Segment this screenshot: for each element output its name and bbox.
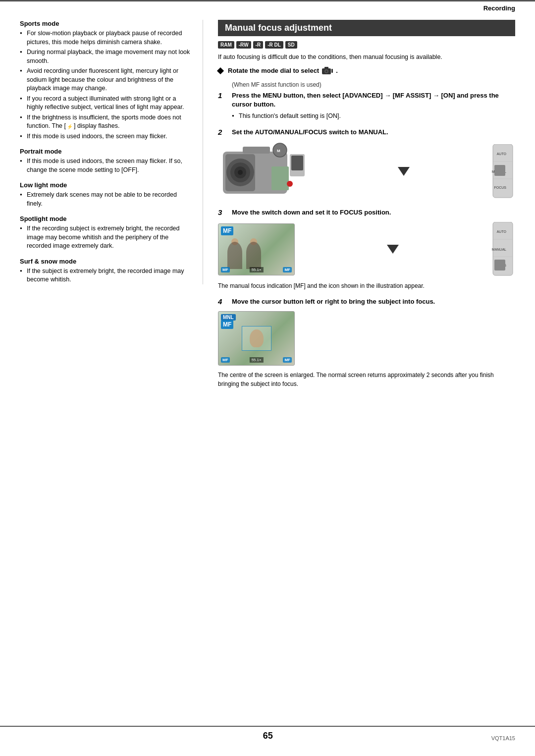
footer-version: VQT1A15 — [491, 735, 515, 741]
list-item: If the subject is extremely bright, the … — [20, 267, 193, 284]
badge-r: -R — [253, 41, 264, 49]
silhouettes — [227, 242, 261, 269]
list-item: If you record a subject illuminated with… — [20, 95, 193, 112]
portrait-mode-title: Portrait mode — [20, 148, 193, 155]
mf-left-label-4: MF — [221, 357, 230, 363]
step-1-bullets: This function's default setting is [ON]. — [232, 112, 515, 121]
surf-snow-mode-list: If the subject is extremely bright, the … — [20, 267, 193, 284]
section-heading: Manual focus adjustment — [218, 20, 515, 36]
step-2-diagram: M — [218, 142, 515, 201]
list-item: Avoid recording under fluorescent light,… — [20, 67, 193, 93]
page-number: 65 — [263, 731, 273, 741]
step-3-text: Move the switch down and set it to FOCUS… — [232, 208, 391, 217]
step-2-num: 2 — [218, 128, 228, 136]
svg-rect-16 — [291, 156, 303, 170]
step-3-caption: The manual focus indication [MF] and the… — [218, 281, 515, 290]
zoom-indicator: 55.1× — [249, 267, 263, 272]
portrait-mode-section: Portrait mode If this mode is used indoo… — [20, 148, 193, 174]
rotate-text: Rotate the mode dial to select — [228, 67, 319, 74]
list-item: During normal playback, the image moveme… — [20, 48, 193, 65]
step-3: 3 Move the switch down and set it to FOC… — [218, 208, 515, 290]
zoom-indicator-4: 55.1× — [249, 357, 263, 363]
portrait-mode-list: If this mode is used indoors, the screen… — [20, 157, 193, 174]
sports-mode-list: For slow-motion playback or playback pau… — [20, 29, 193, 141]
rotate-period: . — [336, 67, 338, 74]
step-2-header: 2 Set the AUTO/MANUAL/FOCUS switch to MA… — [218, 128, 515, 137]
svg-text:FOCUS: FOCUS — [494, 186, 507, 189]
step-4-diagram: MNL MF MF MF 55.1× — [218, 311, 515, 366]
svg-point-4 — [325, 70, 327, 72]
svg-point-18 — [287, 181, 293, 187]
mf-badge-wh: MF — [221, 226, 233, 235]
step-3-num: 3 — [218, 208, 228, 216]
arrow-down-icon-2 — [387, 245, 399, 254]
list-item: This function's default setting is [ON]. — [232, 112, 515, 121]
spotlight-mode-section: Spotlight mode If the recording subject … — [20, 215, 193, 251]
spotlight-mode-title: Spotlight mode — [20, 215, 193, 222]
mf-badge-step4: MF — [221, 320, 233, 329]
mf-left-label: MF — [221, 267, 230, 272]
list-item: If this mode is used indoors, the screen… — [20, 157, 193, 174]
svg-rect-23 — [494, 165, 505, 176]
when-note-wrapper: (When MF assist function is used) — [218, 81, 515, 88]
main-content: Sports mode For slow-motion playback or … — [0, 15, 535, 395]
mf-screen-step3: MF MF MF — [218, 223, 295, 275]
step-1: (When MF assist function is used) 1 Pres… — [218, 81, 515, 121]
spotlight-mode-list: If the recording subject is extremely br… — [20, 224, 193, 251]
header-bar: Recording — [0, 0, 535, 15]
figure-2 — [246, 242, 261, 269]
mf-right-label-4: MF — [283, 357, 292, 363]
face-zoom — [250, 329, 264, 347]
list-item: If the brightness is insufficient, the s… — [20, 113, 193, 131]
svg-text:MANUAL: MANUAL — [492, 248, 506, 251]
mf-right-label: MF — [283, 267, 292, 272]
list-item: If the recording subject is extremely br… — [20, 224, 193, 251]
media-badges: RAM -RW -R -R DL SD — [218, 41, 515, 49]
right-column: Manual focus adjustment RAM -RW -R -R DL… — [218, 15, 515, 395]
step-4: 4 Move the cursor button left or right t… — [218, 297, 515, 388]
switch-panel-step3: AUTO MANUAL FOCUS — [490, 222, 515, 276]
step-1-num: 1 — [218, 91, 228, 100]
badge-ram: RAM — [218, 41, 234, 49]
svg-text:M: M — [277, 149, 280, 153]
low-light-mode-list: Extremely dark scenes may not be able to… — [20, 191, 193, 208]
list-item: If this mode is used indoors, the screen… — [20, 132, 193, 141]
mf-screen-step4: MNL MF MF MF 55.1× — [218, 311, 295, 366]
svg-rect-12 — [243, 147, 270, 154]
rotate-instruction: Rotate the mode dial to select . — [218, 67, 515, 75]
step-3-header: 3 Move the switch down and set it to FOC… — [218, 208, 515, 217]
svg-text:AUTO: AUTO — [497, 152, 507, 156]
step-1-text: Press the MENU button, then select [ADVA… — [232, 91, 515, 109]
svg-rect-5 — [331, 69, 333, 73]
header-recording-label: Recording — [483, 4, 515, 12]
sports-mode-title: Sports mode — [20, 20, 193, 27]
step-4-num: 4 — [218, 297, 228, 306]
step-4-caption: The centre of the screen is enlarged. Th… — [218, 371, 515, 388]
step-4-text: Move the cursor button left or right to … — [232, 297, 435, 306]
footer: 65 VQT1A15 — [0, 726, 535, 741]
list-item: Extremely dark scenes may not be able to… — [20, 191, 193, 208]
low-light-mode-section: Low light mode Extremely dark scenes may… — [20, 181, 193, 208]
list-item: For slow-motion playback or playback pau… — [20, 29, 193, 47]
surf-snow-mode-title: Surf & snow mode — [20, 258, 193, 265]
badge-sd: SD — [285, 41, 297, 49]
step-1-header: 1 Press the MENU button, then select [AD… — [218, 91, 515, 109]
svg-text:⚡: ⚡ — [67, 124, 73, 130]
badge-rw: -RW — [236, 41, 251, 49]
left-col-inner: Sports mode For slow-motion playback or … — [20, 20, 203, 284]
center-zoom-area — [242, 326, 271, 351]
when-note: (When MF assist function is used) — [232, 81, 321, 88]
step-3-diagram: MF MF MF — [218, 222, 515, 276]
page: Recording Sports mode For slow-motion pl… — [0, 0, 535, 756]
figure-1 — [227, 242, 242, 269]
switch-svg-step2: AUTO MANUAL FOCUS — [490, 144, 515, 199]
badge-rdl: -R DL — [265, 41, 283, 49]
step-2: 2 Set the AUTO/MANUAL/FOCUS switch to MA… — [218, 128, 515, 201]
step-4-header: 4 Move the cursor button left or right t… — [218, 297, 515, 306]
svg-rect-17 — [271, 166, 289, 190]
step-1-sub: This function's default setting is [ON]. — [232, 112, 515, 121]
svg-rect-2 — [324, 67, 328, 69]
svg-point-11 — [238, 170, 243, 175]
svg-rect-30 — [494, 260, 505, 270]
diamond-icon — [217, 67, 224, 74]
